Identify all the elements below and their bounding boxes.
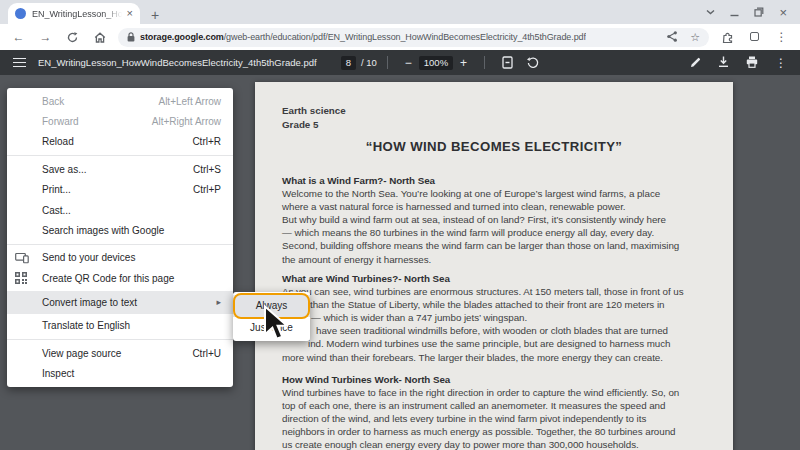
doc-text-line: ind. Modern wind turbines use the same p… xyxy=(282,337,722,350)
menu-item-shortcut: Alt+Right Arrow xyxy=(152,116,221,127)
doc-section-heading: What is a Wind Farm?- North Sea xyxy=(282,174,722,187)
menu-item-print[interactable]: Print...Ctrl+P xyxy=(7,180,233,200)
doc-text-line: where a vast natural force is harnessed … xyxy=(282,200,722,213)
doc-text-line: Second, building offshore means the wind… xyxy=(282,239,722,252)
browser-window: EN_WritingLesson_HowWindBe × + × ← → xyxy=(0,0,800,450)
doc-text-line: — which means the 80 turbines in the win… xyxy=(282,226,722,239)
doc-section: What is a Wind Farm?- North SeaWelcome t… xyxy=(282,174,722,266)
window-controls: × xyxy=(706,6,800,19)
address-bar[interactable]: storage.google.com/gweb-earth/education/… xyxy=(118,28,709,47)
menu-item-label: Print... xyxy=(42,184,71,195)
doc-section-heading: What are Wind Turbines?- North Sea xyxy=(282,272,722,285)
menu-item-back[interactable]: BackAlt+Left Arrow xyxy=(7,91,233,111)
zoom-out-button[interactable]: − xyxy=(405,57,412,69)
browser-menu-icon[interactable]: ⋮ xyxy=(768,31,795,43)
context-menu: BackAlt+Left ArrowForwardAlt+Right Arrow… xyxy=(7,88,233,387)
doc-section: What are Wind Turbines?- North SeaAs you… xyxy=(282,272,722,364)
menu-item-send-to-your-devices[interactable]: Send to your devices xyxy=(7,248,233,268)
annotate-pencil-icon[interactable] xyxy=(690,54,701,72)
doc-text-line: Welcome to the North Sea. You’re looking… xyxy=(282,187,722,200)
tab-pdf-document[interactable]: EN_WritingLesson_HowWindBe × xyxy=(8,3,140,24)
doc-text-line: direction of the wind, and lets every tu… xyxy=(282,412,722,425)
pdf-toolbar-right: ⋮ xyxy=(690,54,787,72)
menu-item-view-page-source[interactable]: View page sourceCtrl+U xyxy=(7,343,233,363)
close-icon[interactable]: × xyxy=(779,6,787,19)
doc-text-line: — which is wider than a 747 jumbo jets’ … xyxy=(282,311,722,324)
doc-text-line: than the Statue of Liberty, while the bl… xyxy=(282,298,722,311)
rotate-icon[interactable] xyxy=(527,57,539,69)
doc-text-line: the amount of energy it harnesses. xyxy=(282,253,722,266)
menu-item-shortcut: Ctrl+P xyxy=(193,184,221,195)
menu-item-shortcut: Ctrl+U xyxy=(192,348,221,359)
menu-item-label: Reload xyxy=(42,136,74,147)
side-panel-icon[interactable] xyxy=(741,31,768,43)
devices-icon xyxy=(15,252,29,263)
pdf-overflow-menu-icon[interactable]: ⋮ xyxy=(775,57,787,69)
menu-item-label: Save as... xyxy=(42,164,86,175)
back-icon[interactable]: ← xyxy=(5,31,32,43)
pdf-toolbar: EN_WritingLesson_HowWindBecomesElectrici… xyxy=(0,50,800,75)
doc-text-line: But why build a wind farm out at sea, in… xyxy=(282,213,722,226)
zoom-in-button[interactable]: + xyxy=(460,57,467,69)
fit-page-icon[interactable] xyxy=(502,56,513,69)
minimize-icon[interactable] xyxy=(730,8,739,17)
mouse-cursor xyxy=(263,305,288,347)
menu-item-label: View page source xyxy=(42,348,121,359)
extensions-puzzle-icon[interactable] xyxy=(714,31,741,44)
doc-section: How Wind Turbines Work- North SeaWind tu… xyxy=(282,373,722,450)
menu-item-inspect[interactable]: Inspect xyxy=(7,363,233,383)
toolbar-actions: ⋮ xyxy=(714,31,795,44)
doc-meta: Earth scienceGrade 5 xyxy=(282,104,346,131)
menu-item-shortcut: Ctrl+R xyxy=(192,136,221,147)
reload-icon[interactable] xyxy=(59,31,86,43)
toolbar-divider xyxy=(387,56,388,69)
menu-item-shortcut: Alt+Left Arrow xyxy=(158,96,221,107)
bookmark-star-icon[interactable]: ☆ xyxy=(690,32,700,43)
menu-item-save-as[interactable]: Save as...Ctrl+S xyxy=(7,159,233,179)
menu-item-label: Translate to English xyxy=(42,320,130,331)
doc-meta-line: Earth science xyxy=(282,104,346,118)
menu-item-create-qr-code-for-this-page[interactable]: Create QR Code for this page xyxy=(7,268,233,288)
new-tab-button[interactable]: + xyxy=(151,8,159,22)
chevron-down-icon[interactable] xyxy=(706,9,715,15)
menu-item-label: Back xyxy=(42,96,64,107)
home-icon[interactable] xyxy=(86,31,113,43)
download-icon[interactable] xyxy=(718,54,729,72)
menu-separator xyxy=(7,244,233,245)
url-domain: storage.google.com xyxy=(140,32,224,42)
menu-item-label: Create QR Code for this page xyxy=(42,273,174,284)
menu-separator xyxy=(7,339,233,340)
menu-item-search-images-with-google[interactable]: Search images with Google xyxy=(7,220,233,240)
submenu-arrow-icon: ▸ xyxy=(216,298,221,307)
menu-item-shortcut: Ctrl+S xyxy=(193,164,221,175)
pdf-menu-icon[interactable] xyxy=(13,58,26,68)
pdf-page: Earth scienceGrade 5 “HOW WIND BECOMES E… xyxy=(255,82,733,450)
menu-item-label: Cast... xyxy=(42,205,71,216)
pdf-filename: EN_WritingLesson_HowWindBecomesElectrici… xyxy=(38,57,317,68)
restore-icon[interactable] xyxy=(754,7,764,17)
menu-item-reload[interactable]: ReloadCtrl+R xyxy=(7,132,233,152)
menu-item-cast[interactable]: Cast... xyxy=(7,200,233,220)
menu-item-label: Inspect xyxy=(42,368,74,379)
doc-section-heading: How Wind Turbines Work- North Sea xyxy=(282,373,722,386)
doc-meta-line: Grade 5 xyxy=(282,118,346,132)
forward-icon[interactable]: → xyxy=(32,31,59,43)
menu-item-convert-image-to-text[interactable]: Convert image to text▸ xyxy=(7,291,233,314)
menu-item-label: Convert image to text xyxy=(42,297,137,308)
doc-text-line: us create enough clean energy every day … xyxy=(282,438,722,450)
url-text: storage.google.com/gweb-earth/education/… xyxy=(140,32,586,42)
pdf-favicon-icon xyxy=(15,8,26,19)
tab-title: EN_WritingLesson_HowWindBe xyxy=(32,9,124,19)
menu-item-forward[interactable]: ForwardAlt+Right Arrow xyxy=(7,111,233,131)
doc-text-line: As you can see, wind turbines are enormo… xyxy=(282,285,722,298)
zoom-level[interactable]: 100% xyxy=(419,56,453,70)
doc-text-line: have seen traditional windmills before, … xyxy=(282,324,722,337)
print-icon[interactable] xyxy=(746,54,758,72)
tab-close-icon[interactable]: × xyxy=(127,8,133,19)
share-icon[interactable] xyxy=(667,28,677,46)
doc-text-line: top of each one, there is an instrument … xyxy=(282,399,722,412)
menu-item-label: Search images with Google xyxy=(42,225,164,236)
url-path: /gweb-earth/education/pdf/EN_WritingLess… xyxy=(224,32,586,42)
menu-item-translate-to-english[interactable]: Translate to English xyxy=(7,316,233,336)
page-number-input[interactable]: 8 xyxy=(341,56,356,70)
